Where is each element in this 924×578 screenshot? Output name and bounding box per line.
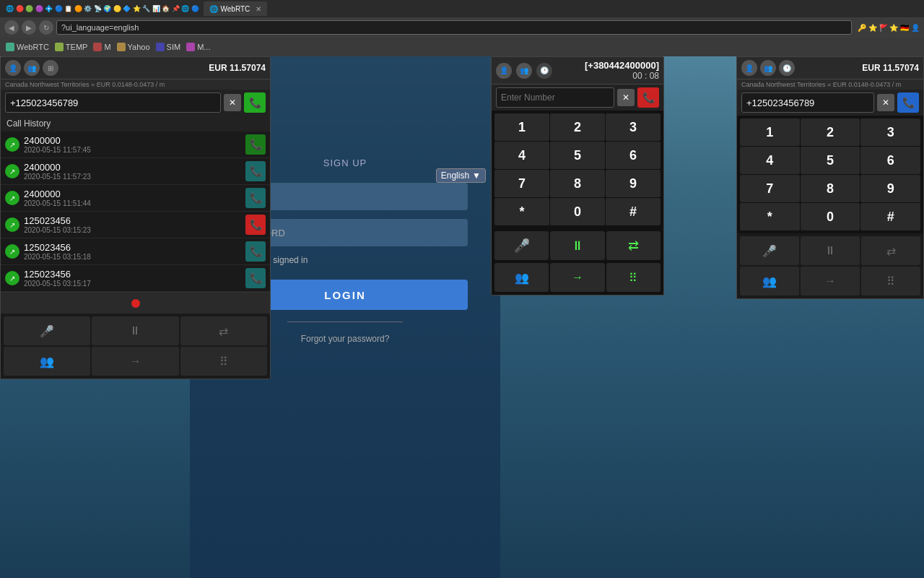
avatar-icon: 👤 xyxy=(5,60,21,76)
back-button[interactable]: ◀ xyxy=(4,20,19,35)
right-dialpad-7[interactable]: 7 xyxy=(740,175,800,202)
right-dialpad-5[interactable]: 5 xyxy=(801,147,860,174)
right-phone-rate: Canada Northwest Territories = EUR 0.014… xyxy=(737,79,923,90)
clear-button[interactable]: ✕ xyxy=(617,89,635,106)
history-icon: 🕐 xyxy=(779,60,795,76)
dialpad-5[interactable]: 5 xyxy=(550,142,605,169)
call-time: 2020-05-15 03:15:23 xyxy=(24,226,241,234)
call-action-buttons-2: 👥 → ⠿ xyxy=(492,263,663,295)
right-dialpad-2[interactable]: 2 xyxy=(801,118,860,146)
dialpad-2[interactable]: 2 xyxy=(550,113,605,141)
tab-webrtc[interactable]: 🌐 WebRTC ✕ xyxy=(204,1,268,16)
dialpad-input[interactable] xyxy=(496,87,614,108)
browser-toolbar: ◀ ▶ ↻ ?ui_language=english 🔑 ⭐ 🚩 ⭐ 🇩🇪 👤 xyxy=(0,17,924,38)
content-area: English ▼ SIGN UP Keep me signed in LOGI… xyxy=(0,56,924,578)
right-mute-button[interactable]: 🎤 xyxy=(740,236,799,265)
dialpad-icon: ⊞ xyxy=(43,60,58,76)
dialpad-star[interactable]: * xyxy=(494,198,549,225)
dialpad-hash[interactable]: # xyxy=(606,198,661,225)
bookmarks-bar: WebRTC TEMP M Yahoo SIM M... xyxy=(0,38,924,56)
right-phone-number-input[interactable] xyxy=(741,92,874,113)
right-dialpad-1[interactable]: 1 xyxy=(740,118,800,146)
right-hold-button[interactable]: ⏸ xyxy=(801,236,860,265)
divider xyxy=(287,322,403,322)
dialpad-4[interactable]: 4 xyxy=(494,142,549,169)
list-item: ↗ 2400000 2020-05-15 11:51:44 📞 xyxy=(1,185,270,212)
bookmark-yahoo2[interactable]: Yahoo xyxy=(117,43,150,51)
right-transfer-button[interactable]: ⇄ xyxy=(861,236,920,265)
phone-header: 👤 👥 ⊞ EUR 11.57074 xyxy=(1,57,270,79)
redial-button[interactable]: 📞 xyxy=(245,134,266,155)
right-phone-widget: 👤 👥 🕐 EUR 11.57074 Canada Northwest Terr… xyxy=(736,56,924,299)
call-number: 125023456 xyxy=(24,242,241,253)
right-clear-button[interactable]: ✕ xyxy=(877,94,894,111)
dialpad-6[interactable]: 6 xyxy=(606,142,661,169)
transfer-button[interactable]: ⇄ xyxy=(606,231,661,260)
phone-header-icons: 👤 👥 ⊞ xyxy=(5,60,58,76)
right-conference-button[interactable]: 👥 xyxy=(740,267,799,296)
signup-link[interactable]: SIGN UP xyxy=(323,158,367,168)
avatar-icon: 👤 xyxy=(741,60,757,76)
bookmark-m[interactable]: M... xyxy=(186,43,210,51)
redial-button[interactable]: 📞 xyxy=(245,241,266,262)
outbound-call-icon: ↗ xyxy=(5,244,19,259)
right-call-button[interactable]: 📞 xyxy=(897,92,919,113)
right-dialpad-0[interactable]: 0 xyxy=(801,203,860,230)
more-options-button[interactable]: ⠿ xyxy=(606,263,661,292)
call-time: 2020-05-15 11:57:23 xyxy=(24,173,241,181)
bookmark-temp[interactable]: TEMP xyxy=(55,43,88,51)
right-dialpad-6[interactable]: 6 xyxy=(860,147,920,174)
right-dialpad-3[interactable]: 3 xyxy=(860,118,920,146)
conference-button[interactable]: 👥 xyxy=(494,263,549,292)
right-dialpad-hash[interactable]: # xyxy=(860,203,920,230)
phone-number-input[interactable] xyxy=(5,92,221,113)
active-call-number: [+380442400000] xyxy=(585,60,659,71)
transfer-button[interactable]: ⇄ xyxy=(180,316,267,345)
forward-button[interactable]: ▶ xyxy=(22,20,36,35)
forgot-password-link[interactable]: Forgot your password? xyxy=(301,334,390,344)
call-info: 125023456 2020-05-15 03:15:18 xyxy=(24,242,241,261)
conference-button[interactable]: 👥 xyxy=(4,347,90,376)
right-phone-controls: 🎤 ⏸ ⇄ 👥 → ⠿ xyxy=(737,233,923,298)
reload-button[interactable]: ↻ xyxy=(39,20,53,35)
redial-button[interactable]: 📞 xyxy=(245,215,266,235)
dialpad-8[interactable]: 8 xyxy=(550,170,605,197)
clear-button[interactable]: ✕ xyxy=(224,94,241,111)
redial-button[interactable]: 📞 xyxy=(245,268,266,288)
outbound-call-icon: ↗ xyxy=(5,217,19,232)
list-item: ↗ 125023456 2020-05-15 03:15:23 📞 xyxy=(1,212,270,238)
right-dialpad-8[interactable]: 8 xyxy=(801,175,860,202)
right-dialpad-star[interactable]: * xyxy=(740,203,800,230)
right-dialpad-9[interactable]: 9 xyxy=(860,175,920,202)
dialpad-1[interactable]: 1 xyxy=(494,113,549,141)
dialpad-0[interactable]: 0 xyxy=(550,198,605,225)
mute-button[interactable]: 🎤 xyxy=(494,231,549,260)
language-dropdown[interactable]: English ▼ xyxy=(436,168,486,183)
more-button[interactable]: ⠿ xyxy=(180,347,267,376)
outbound-call-icon: ↗ xyxy=(5,137,19,152)
dialpad-3[interactable]: 3 xyxy=(606,113,661,141)
bookmark-yahoo[interactable]: M xyxy=(93,43,110,51)
call-button[interactable]: 📞 xyxy=(244,92,266,113)
forward-button[interactable]: → xyxy=(550,263,604,292)
call-time: 2020-05-15 11:51:44 xyxy=(24,199,241,207)
right-more-button[interactable]: ⠿ xyxy=(861,267,920,296)
dialpad-9[interactable]: 9 xyxy=(606,170,661,197)
hangup-button[interactable]: 📞 xyxy=(637,87,659,108)
call-history-label: Call History xyxy=(1,116,270,131)
dialpad-7[interactable]: 7 xyxy=(494,170,549,197)
redial-button[interactable]: 📞 xyxy=(245,188,266,208)
forward-button[interactable]: → xyxy=(92,347,178,376)
right-dialpad-4[interactable]: 4 xyxy=(740,147,800,174)
right-forward-button[interactable]: → xyxy=(801,267,860,296)
dialpad: 1 2 3 4 5 6 7 8 9 * 0 # xyxy=(492,111,663,228)
redial-button[interactable]: 📞 xyxy=(245,161,266,181)
outbound-call-icon: ↗ xyxy=(5,164,19,178)
hold-button[interactable]: ⏸ xyxy=(550,231,604,260)
bookmark-sim[interactable]: SIM xyxy=(156,43,181,51)
bookmark-webrtc[interactable]: WebRTC xyxy=(6,43,49,51)
hold-button[interactable]: ⏸ xyxy=(92,316,178,345)
contacts-icon: 👥 xyxy=(24,60,40,76)
address-bar[interactable]: ?ui_language=english xyxy=(56,20,852,35)
mute-button[interactable]: 🎤 xyxy=(4,316,90,345)
